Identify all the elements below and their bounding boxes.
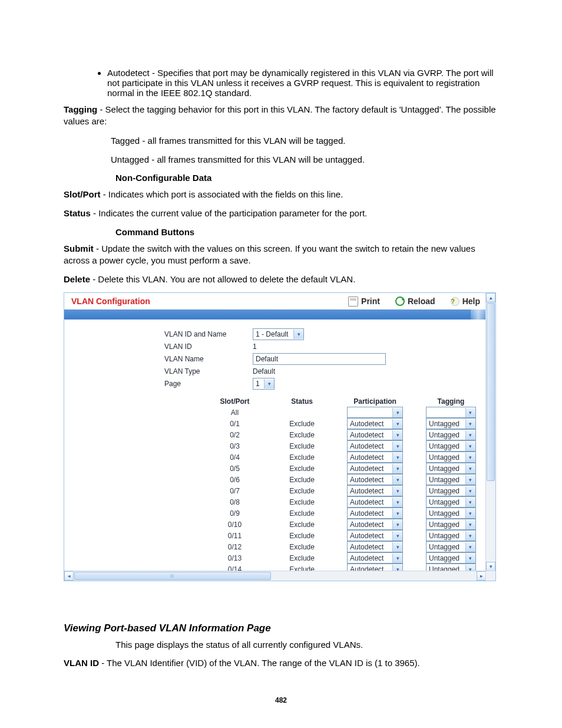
select-vlan-id-and-name[interactable]: 1 - Default ▾	[253, 328, 304, 340]
vertical-scrollbar[interactable]: ▴ ▾	[485, 293, 495, 571]
reload-icon	[395, 297, 405, 306]
chevron-down-icon: ▾	[392, 486, 402, 496]
select-tagging-0-13[interactable]: Untagged▾	[426, 552, 476, 564]
vertical-scroll-thumb[interactable]	[487, 303, 495, 481]
horizontal-scrollbar[interactable]: ◂ ▸	[64, 571, 495, 581]
select-participation-0-9[interactable]: Autodetect▾	[347, 508, 403, 519]
select-participation-0-4[interactable]: Autodetect▾	[347, 452, 403, 463]
grid-row-all: All▾▾	[200, 407, 486, 418]
select-participation-0-7[interactable]: Autodetect▾	[347, 485, 403, 496]
cell-status: Exclude	[270, 465, 334, 473]
select-tagging-0-10[interactable]: Untagged▾	[426, 519, 476, 530]
chevron-down-icon: ▾	[392, 464, 402, 473]
select-participation-0-8-value: Autodetect	[348, 498, 392, 506]
para-tagged: Tagged - all frames transmitted for this…	[87, 135, 498, 147]
select-tagging-0-8[interactable]: Untagged▾	[426, 496, 476, 508]
port-grid: Slot/Port Status Participation Tagging A…	[200, 396, 486, 571]
term-tagging: Tagging	[64, 104, 97, 114]
term-status: Status	[64, 208, 91, 218]
cell-port: 0/10	[200, 521, 270, 529]
select-participation-0-1[interactable]: Autodetect▾	[347, 418, 403, 429]
select-tagging-0-8-value: Untagged	[427, 498, 465, 506]
para-status: Status - Indicates the current value of …	[64, 207, 498, 219]
cell-port: 0/6	[200, 476, 270, 484]
chevron-down-icon: ▾	[465, 531, 475, 541]
scroll-up-button[interactable]: ▴	[486, 293, 495, 302]
select-tagging-0-1[interactable]: Untagged▾	[426, 418, 476, 429]
select-participation-0-10[interactable]: Autodetect▾	[347, 519, 403, 530]
select-tagging-0-12[interactable]: Untagged▾	[426, 541, 476, 552]
select-participation-0-2[interactable]: Autodetect▾	[347, 429, 403, 440]
select-tagging-0-9[interactable]: Untagged▾	[426, 508, 476, 519]
chevron-down-icon: ▾	[465, 486, 475, 496]
select-tagging-0-3[interactable]: Untagged▾	[426, 440, 476, 452]
select-participation-0-13[interactable]: Autodetect▾	[347, 552, 403, 564]
scroll-right-button[interactable]: ▸	[477, 571, 486, 581]
cell-status: Exclude	[270, 487, 334, 495]
reload-button[interactable]: Reload	[395, 297, 435, 306]
select-participation-0-12[interactable]: Autodetect▾	[347, 541, 403, 552]
chevron-down-icon: ▾	[465, 453, 475, 462]
select-participation-0-3[interactable]: Autodetect▾	[347, 440, 403, 452]
select-tagging-0-9-value: Untagged	[427, 509, 465, 518]
header-slotport: Slot/Port	[200, 397, 270, 406]
horizontal-scroll-thumb[interactable]	[74, 572, 271, 580]
heading-command-buttons: Command Buttons	[115, 227, 498, 237]
chevron-down-icon: ▾	[465, 442, 475, 451]
select-participation-0-7-value: Autodetect	[348, 487, 392, 495]
cell-status: Exclude	[270, 431, 334, 439]
chevron-down-icon: ▾	[465, 520, 475, 529]
chevron-down-icon: ▾	[465, 464, 475, 473]
header-participation: Participation	[334, 397, 416, 406]
chevron-down-icon: ▾	[465, 419, 475, 429]
chevron-down-icon: ▾	[392, 498, 402, 507]
term-slotport: Slot/Port	[64, 189, 101, 199]
select-participation-0-4-value: Autodetect	[348, 453, 392, 462]
select-page-value: 1	[256, 380, 264, 388]
app-title: VLAN Configuration	[71, 297, 150, 306]
select-tagging-0-2-value: Untagged	[427, 431, 465, 439]
select-tagging-0-6[interactable]: Untagged▾	[426, 474, 476, 485]
select-participation-0-8[interactable]: Autodetect▾	[347, 496, 403, 508]
cell-port: 0/2	[200, 431, 270, 439]
select-participation-all[interactable]: ▾	[347, 407, 403, 418]
term-delete: Delete	[64, 274, 90, 284]
cell-status: Exclude	[270, 453, 334, 462]
grid-row-0-1: 0/1ExcludeAutodetect▾Untagged▾	[200, 418, 486, 429]
select-tagging-0-11[interactable]: Untagged▾	[426, 530, 476, 541]
form-area: VLAN ID and Name 1 - Default ▾ VLAN ID 1…	[64, 319, 486, 571]
help-label: Help	[462, 297, 480, 306]
select-tagging-0-7[interactable]: Untagged▾	[426, 485, 476, 496]
value-vlan-type: Default	[253, 367, 275, 375]
section-intro: This page displays the status of all cur…	[115, 639, 498, 651]
select-page[interactable]: 1 ▾	[253, 378, 275, 390]
cell-port: 0/12	[200, 543, 270, 551]
select-participation-0-6-value: Autodetect	[348, 476, 392, 484]
chevron-down-icon: ▾	[465, 430, 475, 440]
bullet-autodetect: Autodetect - Specifies that port may be …	[107, 68, 498, 98]
select-tagging-0-5[interactable]: Untagged▾	[426, 463, 476, 474]
cell-status: Exclude	[270, 532, 334, 540]
section-title-viewing: Viewing Port-based VLAN Information Page	[64, 622, 498, 634]
chevron-down-icon: ▾	[392, 453, 402, 462]
help-button[interactable]: Help	[451, 297, 480, 306]
chevron-down-icon: ▾	[264, 379, 274, 388]
select-participation-0-11[interactable]: Autodetect▾	[347, 530, 403, 541]
chevron-down-icon: ▾	[392, 408, 402, 417]
select-tagging-0-10-value: Untagged	[427, 521, 465, 529]
scroll-left-button[interactable]: ◂	[64, 571, 74, 581]
cell-status: Exclude	[270, 442, 334, 450]
select-tagging-0-2[interactable]: Untagged▾	[426, 429, 476, 440]
scroll-down-button[interactable]: ▾	[486, 562, 495, 571]
input-vlan-name[interactable]: Default	[253, 353, 386, 365]
select-participation-0-6[interactable]: Autodetect▾	[347, 474, 403, 485]
select-participation-0-5[interactable]: Autodetect▾	[347, 463, 403, 474]
header-status: Status	[270, 397, 334, 406]
select-tagging-0-4[interactable]: Untagged▾	[426, 452, 476, 463]
select-tagging-all[interactable]: ▾	[426, 407, 476, 418]
cell-status: Exclude	[270, 498, 334, 506]
chevron-down-icon: ▾	[392, 442, 402, 451]
text-submit: - Update the switch with the values on t…	[64, 243, 475, 265]
cell-status: Exclude	[270, 521, 334, 529]
print-button[interactable]: Print	[348, 297, 380, 307]
